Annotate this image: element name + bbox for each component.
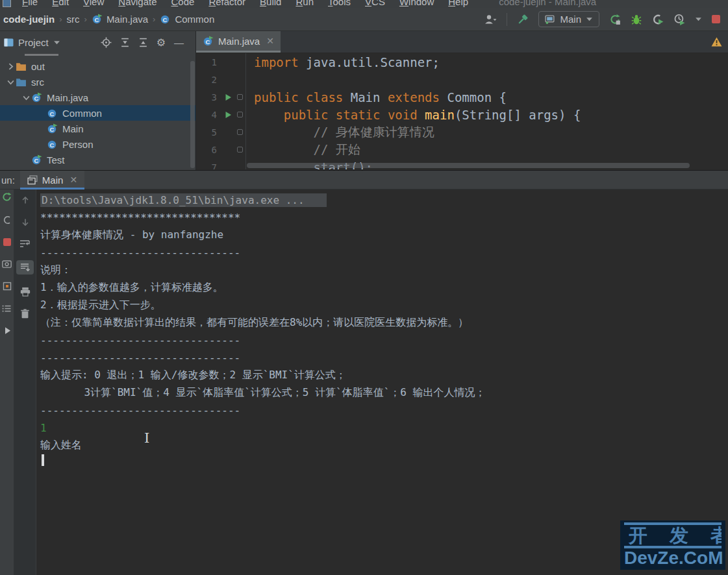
clear-console-icon[interactable]: [21, 309, 29, 319]
fold-marker-icon[interactable]: [234, 129, 245, 135]
code-segment: import: [254, 55, 306, 69]
down-stacktrace-icon[interactable]: [21, 217, 30, 227]
fold-marker[interactable]: [237, 129, 243, 135]
editor-horizontal-scrollbar[interactable]: [247, 163, 690, 168]
project-view-selector[interactable]: Project: [4, 37, 60, 48]
code-line: 6 // 开始: [196, 141, 728, 158]
menu-item-edit[interactable]: Edit: [45, 0, 76, 8]
breadcrumb-src[interactable]: src: [65, 14, 82, 25]
fold-marker-icon[interactable]: [234, 94, 245, 100]
inspections-warning-icon[interactable]: [711, 37, 722, 47]
breadcrumb-codejuejin[interactable]: code-juejin: [1, 14, 56, 25]
console-output[interactable]: D:\tools\Java\jdk1.8.0_51\bin\java.exe .…: [36, 190, 728, 575]
console-line: --------------------------------: [40, 349, 728, 367]
fold-marker-icon[interactable]: [234, 112, 245, 117]
menu-item-tools[interactable]: Tools: [321, 0, 358, 8]
show-list-icon[interactable]: [2, 304, 12, 313]
hide-panel-button[interactable]: —: [174, 37, 184, 48]
code-text: public static void main(String[] args) {: [245, 106, 581, 123]
print-icon[interactable]: [20, 287, 31, 297]
expand-all-button[interactable]: [120, 38, 130, 47]
chevron-down-icon[interactable]: [5, 78, 16, 86]
chevron-right-icon[interactable]: [5, 62, 16, 71]
fold-marker[interactable]: [237, 112, 243, 117]
class-icon: C: [31, 92, 42, 103]
fold-marker-icon[interactable]: [234, 147, 245, 153]
tree-item-out[interactable]: out: [0, 58, 195, 74]
menu-item-view[interactable]: View: [76, 0, 111, 8]
menu-item-window[interactable]: Window: [392, 0, 441, 8]
code-editor[interactable]: 1import java.util.Scanner;23public class…: [196, 53, 728, 169]
build-hammer-button[interactable]: [517, 14, 529, 25]
window-title: code-juejin - Main.java: [499, 0, 596, 7]
menu-item-refactor[interactable]: Refactor: [201, 0, 253, 8]
breadcrumb-separator: ›: [153, 14, 155, 24]
folder-icon: [16, 77, 27, 87]
restore-layout-icon[interactable]: [2, 260, 12, 268]
menu-items: FileEditViewNavigateCodeRefactorBuildRun…: [15, 0, 475, 8]
project-tree: outsrcCMain.javaCCommonCMainCPersonCTest: [0, 53, 195, 167]
project-panel: Project ⚙ — outsrcCMain.javaCCommonCMain…: [0, 31, 196, 170]
breadcrumb-label: src: [67, 14, 80, 25]
breadcrumb-mainjava[interactable]: CMain.java: [90, 14, 150, 25]
fold-marker[interactable]: [237, 94, 243, 100]
rerun-icon[interactable]: [2, 192, 12, 202]
run-line-icon[interactable]: [222, 93, 234, 101]
tree-item-test[interactable]: CTest: [0, 152, 195, 167]
expand-panel-icon[interactable]: [3, 326, 11, 335]
gear-icon[interactable]: ⚙: [157, 36, 166, 49]
tab-main-java[interactable]: C Main.java ✕: [196, 31, 281, 53]
coverage-button[interactable]: [652, 14, 664, 25]
tree-item-main[interactable]: CMain: [0, 121, 195, 136]
console-line: 输入姓名: [40, 437, 728, 454]
code-segment: main: [425, 108, 455, 122]
stop-button[interactable]: [712, 15, 720, 23]
user-menu-button[interactable]: [484, 14, 497, 25]
more-run-options-chevron[interactable]: [695, 16, 702, 22]
debug-button[interactable]: [631, 14, 642, 25]
run-line-icon[interactable]: [222, 111, 234, 119]
menu-item-code[interactable]: Code: [164, 0, 202, 8]
locate-file-button[interactable]: [101, 37, 112, 48]
project-scrollbar[interactable]: [190, 61, 195, 168]
tree-item-label: Main.java: [47, 92, 88, 103]
menu-item-run[interactable]: Run: [288, 0, 321, 8]
tree-item-label: Common: [62, 108, 102, 119]
menu-item-vcs[interactable]: VCS: [358, 0, 392, 8]
collapse-all-button[interactable]: [138, 38, 148, 47]
code-text: public class Main extends Common {: [245, 88, 507, 106]
tree-item-src[interactable]: src: [0, 74, 195, 90]
code-segment: Main: [351, 90, 388, 104]
menu-item-build[interactable]: Build: [253, 0, 288, 8]
chevron-down-icon[interactable]: [21, 93, 31, 102]
console-text: ********************************: [40, 212, 240, 224]
menu-item-file[interactable]: File: [15, 0, 45, 8]
menu-item-help[interactable]: Help: [441, 0, 475, 8]
scroll-to-end-icon[interactable]: [16, 260, 34, 275]
breadcrumb-label: Common: [175, 14, 214, 25]
stop-icon[interactable]: [3, 238, 11, 246]
up-stacktrace-icon[interactable]: [21, 195, 30, 205]
tree-item-person[interactable]: CPerson: [0, 136, 195, 152]
rerun-button[interactable]: [609, 14, 621, 25]
stop-process-icon[interactable]: [3, 215, 12, 225]
editor-pane: C Main.java ✕ 1import java.util.Scanner;…: [196, 31, 728, 170]
svg-text:C: C: [50, 141, 55, 148]
run-tab-main[interactable]: Main ✕: [20, 171, 84, 189]
console-command-text: D:\tools\Java\jdk1.8.0_51\bin\java.exe .…: [40, 193, 327, 207]
tree-item-common[interactable]: CCommon: [0, 105, 195, 121]
run-configuration-select[interactable]: Main: [538, 11, 599, 27]
menu-item-navigate[interactable]: Navigate: [111, 0, 164, 8]
breadcrumb-common[interactable]: CCommon: [158, 14, 216, 25]
close-icon[interactable]: ✕: [69, 175, 77, 185]
line-number: 3: [196, 92, 222, 103]
close-icon[interactable]: ✕: [266, 36, 274, 46]
line-number: 1: [196, 57, 222, 67]
soft-wrap-icon[interactable]: [19, 239, 31, 248]
tree-item-mainjava[interactable]: CMain.java: [0, 90, 195, 105]
fold-marker[interactable]: [237, 147, 243, 153]
pin-tab-icon[interactable]: [3, 282, 12, 291]
profiler-button[interactable]: [673, 14, 685, 25]
class-icon: C: [47, 123, 58, 134]
chevron-down-icon: [586, 16, 593, 22]
